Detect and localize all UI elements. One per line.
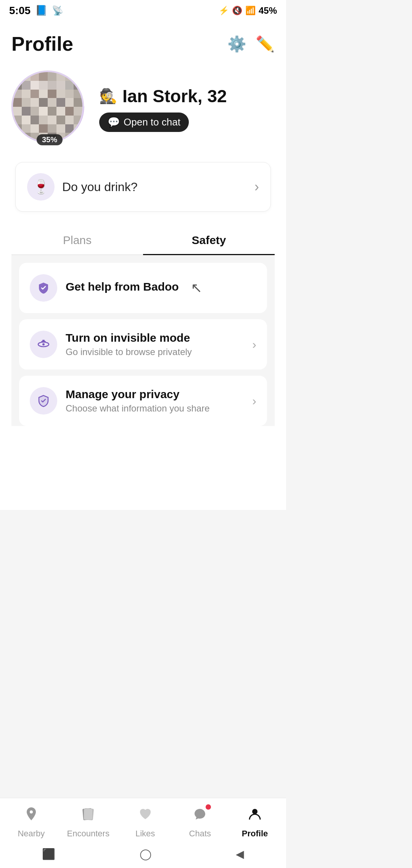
privacy-item-text: Manage your privacy Choose what informat…: [66, 388, 244, 414]
incognito-icon: 🕵️: [99, 88, 117, 104]
invisible-item-subtitle: Go invisible to browse privately: [66, 347, 244, 357]
page-header: Profile ⚙️ ✏️: [11, 32, 275, 55]
help-item-text: Get help from Badoo: [66, 280, 256, 296]
tab-safety[interactable]: Safety: [143, 223, 275, 254]
svg-point-3: [42, 343, 45, 346]
time-display: 5:05: [9, 5, 31, 17]
question-card-chevron: ›: [254, 179, 259, 195]
open-to-chat-badge[interactable]: 💬 Open to chat: [99, 113, 189, 132]
open-to-chat-label: Open to chat: [124, 116, 180, 128]
profile-completion-badge: 35%: [37, 134, 63, 145]
cast-icon: 📡: [52, 5, 63, 16]
invisible-item-text: Turn on invisible mode Go invisible to b…: [66, 331, 244, 357]
status-bar-right: ⚡ 🔇 📶 45%: [219, 5, 277, 16]
question-card[interactable]: 🍷 Do you drink? ›: [15, 162, 271, 212]
chat-bubble-icon: 💬: [108, 116, 120, 128]
main-content: Profile ⚙️ ✏️: [0, 21, 286, 510]
shield-check-icon: [30, 274, 57, 302]
privacy-shield-icon: [30, 387, 57, 415]
privacy-item-chevron: ›: [252, 394, 256, 408]
fb-icon: 📘: [35, 5, 47, 16]
invisible-item-title: Turn on invisible mode: [66, 331, 244, 344]
tabs-container: Plans Safety Get help from Badoo ↖: [11, 223, 275, 426]
safety-item-privacy[interactable]: Manage your privacy Choose what informat…: [19, 376, 267, 426]
signal-icon: 📶: [245, 6, 256, 16]
question-text: Do you drink?: [62, 180, 137, 194]
user-name: Ian Stork, 32: [122, 86, 227, 106]
wine-glass-icon: 🍷: [27, 173, 55, 201]
privacy-item-title: Manage your privacy: [66, 388, 244, 401]
privacy-item-subtitle: Choose what information you share: [66, 403, 244, 414]
tabs-row: Plans Safety: [11, 223, 275, 255]
settings-button[interactable]: ⚙️: [227, 35, 246, 53]
page-title: Profile: [11, 32, 73, 55]
safety-list: Get help from Badoo ↖ Turn on invisib: [11, 255, 275, 426]
header-actions: ⚙️ ✏️: [227, 35, 275, 53]
invisible-item-chevron: ›: [252, 338, 256, 352]
svg-rect-5: [42, 340, 45, 342]
battery-display: 45%: [259, 5, 277, 16]
status-bar-left: 5:05 📘 📡: [9, 5, 63, 17]
avatar-wrapper: 35%: [11, 71, 88, 147]
avatar: [11, 71, 84, 143]
help-item-title: Get help from Badoo: [66, 280, 256, 293]
status-bar: 5:05 📘 📡 ⚡ 🔇 📶 45%: [0, 0, 286, 21]
invisible-mode-icon: [30, 331, 57, 358]
mute-icon: 🔇: [232, 6, 242, 16]
user-name-row: 🕵️ Ian Stork, 32: [99, 86, 275, 106]
profile-section: 35% 🕵️ Ian Stork, 32 💬 Open to chat: [11, 71, 275, 147]
tab-plans[interactable]: Plans: [11, 223, 143, 254]
safety-item-help[interactable]: Get help from Badoo ↖: [19, 263, 267, 313]
user-info: 🕵️ Ian Stork, 32 💬 Open to chat: [99, 86, 275, 132]
question-card-left: 🍷 Do you drink?: [27, 173, 137, 201]
bluetooth-icon: ⚡: [219, 6, 229, 16]
edit-profile-button[interactable]: ✏️: [256, 35, 275, 53]
safety-item-invisible[interactable]: Turn on invisible mode Go invisible to b…: [19, 319, 267, 370]
